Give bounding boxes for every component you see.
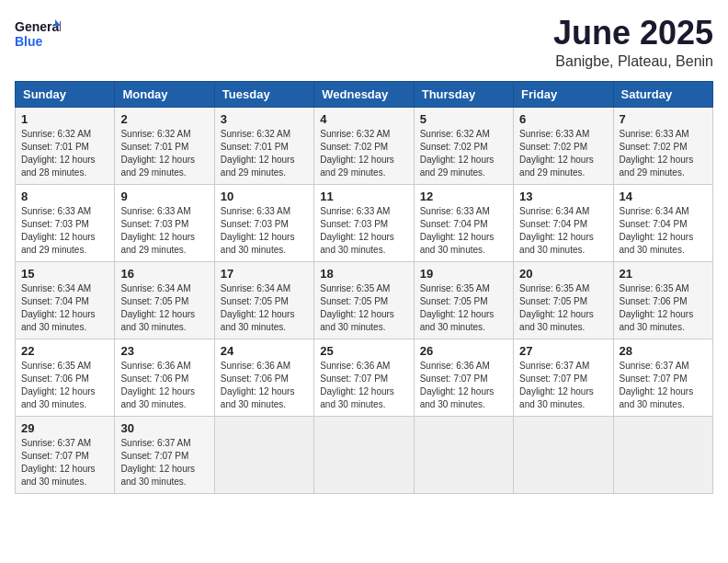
day-detail: Sunrise: 6:33 AMSunset: 7:03 PMDaylight:… — [21, 206, 96, 255]
day-detail: Sunrise: 6:37 AMSunset: 7:07 PMDaylight:… — [620, 361, 694, 409]
calendar-cell — [414, 416, 513, 493]
calendar-cell: 25 Sunrise: 6:36 AMSunset: 7:07 PMDaylig… — [314, 339, 414, 416]
calendar-cell: 30 Sunrise: 6:37 AMSunset: 7:07 PMDaylig… — [115, 416, 214, 493]
day-detail: Sunrise: 6:35 AMSunset: 7:05 PMDaylight:… — [320, 283, 394, 332]
day-detail: Sunrise: 6:33 AMSunset: 7:02 PMDaylight:… — [620, 129, 694, 178]
day-number: 4 — [320, 112, 407, 126]
day-detail: Sunrise: 6:34 AMSunset: 7:04 PMDaylight:… — [21, 283, 96, 332]
calendar-week-row: 15 Sunrise: 6:34 AMSunset: 7:04 PMDaylig… — [16, 261, 713, 339]
day-detail: Sunrise: 6:32 AMSunset: 7:01 PMDaylight:… — [221, 129, 295, 178]
day-detail: Sunrise: 6:33 AMSunset: 7:03 PMDaylight:… — [221, 206, 295, 255]
day-detail: Sunrise: 6:34 AMSunset: 7:04 PMDaylight:… — [519, 206, 594, 255]
day-number: 14 — [620, 190, 707, 203]
title-area: June 2025 Banigbe, Plateau, Benin — [553, 15, 713, 70]
calendar-header-thursday: Thursday — [414, 81, 513, 107]
day-detail: Sunrise: 6:35 AMSunset: 7:05 PMDaylight:… — [519, 283, 594, 332]
day-detail: Sunrise: 6:34 AMSunset: 7:05 PMDaylight:… — [221, 283, 295, 332]
day-detail: Sunrise: 6:32 AMSunset: 7:02 PMDaylight:… — [320, 129, 394, 178]
calendar-cell: 17 Sunrise: 6:34 AMSunset: 7:05 PMDaylig… — [214, 261, 313, 339]
calendar-cell: 2 Sunrise: 6:32 AMSunset: 7:01 PMDayligh… — [115, 107, 214, 184]
calendar-header-wednesday: Wednesday — [314, 81, 414, 107]
day-detail: Sunrise: 6:36 AMSunset: 7:07 PMDaylight:… — [320, 361, 394, 409]
day-number: 9 — [120, 190, 208, 203]
calendar-cell — [314, 416, 414, 493]
day-detail: Sunrise: 6:35 AMSunset: 7:05 PMDaylight:… — [420, 283, 495, 332]
day-number: 29 — [21, 421, 108, 435]
calendar-cell: 28 Sunrise: 6:37 AMSunset: 7:07 PMDaylig… — [613, 339, 712, 416]
calendar-cell: 23 Sunrise: 6:36 AMSunset: 7:06 PMDaylig… — [115, 339, 214, 416]
calendar-week-row: 1 Sunrise: 6:32 AMSunset: 7:01 PMDayligh… — [16, 107, 713, 184]
calendar-cell: 13 Sunrise: 6:34 AMSunset: 7:04 PMDaylig… — [514, 184, 613, 261]
calendar-cell: 8 Sunrise: 6:33 AMSunset: 7:03 PMDayligh… — [16, 184, 115, 261]
calendar-header-sunday: Sunday — [16, 81, 115, 107]
day-number: 28 — [620, 344, 707, 358]
day-number: 7 — [620, 112, 707, 126]
day-detail: Sunrise: 6:36 AMSunset: 7:06 PMDaylight:… — [120, 361, 195, 409]
calendar-cell — [613, 416, 712, 493]
day-detail: Sunrise: 6:34 AMSunset: 7:05 PMDaylight:… — [120, 283, 195, 332]
day-number: 15 — [21, 267, 108, 281]
calendar-cell: 19 Sunrise: 6:35 AMSunset: 7:05 PMDaylig… — [414, 261, 513, 339]
day-detail: Sunrise: 6:37 AMSunset: 7:07 PMDaylight:… — [21, 438, 96, 487]
calendar-cell: 29 Sunrise: 6:37 AMSunset: 7:07 PMDaylig… — [16, 416, 115, 493]
day-number: 19 — [420, 267, 507, 281]
calendar-header-monday: Monday — [115, 81, 214, 107]
svg-text:Blue: Blue — [15, 34, 43, 49]
day-number: 27 — [519, 344, 607, 358]
day-number: 13 — [519, 190, 607, 203]
day-number: 8 — [21, 190, 108, 203]
calendar-cell: 4 Sunrise: 6:32 AMSunset: 7:02 PMDayligh… — [314, 107, 414, 184]
day-detail: Sunrise: 6:35 AMSunset: 7:06 PMDaylight:… — [21, 361, 96, 409]
day-number: 21 — [620, 267, 707, 281]
calendar-week-row: 8 Sunrise: 6:33 AMSunset: 7:03 PMDayligh… — [16, 184, 713, 261]
calendar-cell: 15 Sunrise: 6:34 AMSunset: 7:04 PMDaylig… — [16, 261, 115, 339]
calendar-cell: 5 Sunrise: 6:32 AMSunset: 7:02 PMDayligh… — [414, 107, 513, 184]
day-number: 6 — [519, 112, 607, 126]
calendar-cell: 3 Sunrise: 6:32 AMSunset: 7:01 PMDayligh… — [214, 107, 313, 184]
calendar-header-tuesday: Tuesday — [214, 81, 313, 107]
calendar-cell: 21 Sunrise: 6:35 AMSunset: 7:06 PMDaylig… — [613, 261, 712, 339]
day-detail: Sunrise: 6:37 AMSunset: 7:07 PMDaylight:… — [519, 361, 594, 409]
day-detail: Sunrise: 6:36 AMSunset: 7:06 PMDaylight:… — [221, 361, 295, 409]
calendar-week-row: 29 Sunrise: 6:37 AMSunset: 7:07 PMDaylig… — [16, 416, 713, 493]
day-number: 24 — [221, 344, 308, 358]
month-title: June 2025 — [553, 15, 713, 52]
day-detail: Sunrise: 6:34 AMSunset: 7:04 PMDaylight:… — [620, 206, 694, 255]
logo: General Blue — [15, 15, 61, 52]
day-number: 1 — [21, 112, 108, 126]
calendar-cell: 14 Sunrise: 6:34 AMSunset: 7:04 PMDaylig… — [613, 184, 712, 261]
day-number: 23 — [120, 344, 208, 358]
calendar-cell — [214, 416, 313, 493]
calendar-header-friday: Friday — [514, 81, 613, 107]
calendar-cell: 7 Sunrise: 6:33 AMSunset: 7:02 PMDayligh… — [613, 107, 712, 184]
calendar-cell: 12 Sunrise: 6:33 AMSunset: 7:04 PMDaylig… — [414, 184, 513, 261]
day-number: 17 — [221, 267, 308, 281]
day-detail: Sunrise: 6:32 AMSunset: 7:02 PMDaylight:… — [420, 129, 495, 178]
day-number: 25 — [320, 344, 407, 358]
day-detail: Sunrise: 6:32 AMSunset: 7:01 PMDaylight:… — [120, 129, 195, 178]
day-detail: Sunrise: 6:36 AMSunset: 7:07 PMDaylight:… — [420, 361, 495, 409]
day-detail: Sunrise: 6:32 AMSunset: 7:01 PMDaylight:… — [21, 129, 96, 178]
day-number: 5 — [420, 112, 507, 126]
svg-text:General: General — [15, 19, 61, 34]
calendar-cell: 27 Sunrise: 6:37 AMSunset: 7:07 PMDaylig… — [514, 339, 613, 416]
calendar-week-row: 22 Sunrise: 6:35 AMSunset: 7:06 PMDaylig… — [16, 339, 713, 416]
calendar-cell: 24 Sunrise: 6:36 AMSunset: 7:06 PMDaylig… — [214, 339, 313, 416]
calendar-cell: 22 Sunrise: 6:35 AMSunset: 7:06 PMDaylig… — [16, 339, 115, 416]
day-detail: Sunrise: 6:33 AMSunset: 7:02 PMDaylight:… — [519, 129, 594, 178]
day-number: 20 — [519, 267, 607, 281]
calendar-header-saturday: Saturday — [613, 81, 712, 107]
day-number: 11 — [320, 190, 407, 203]
calendar-header-row: SundayMondayTuesdayWednesdayThursdayFrid… — [16, 81, 713, 107]
calendar-cell: 20 Sunrise: 6:35 AMSunset: 7:05 PMDaylig… — [514, 261, 613, 339]
day-number: 10 — [221, 190, 308, 203]
day-detail: Sunrise: 6:33 AMSunset: 7:04 PMDaylight:… — [420, 206, 495, 255]
day-number: 18 — [320, 267, 407, 281]
calendar-cell: 18 Sunrise: 6:35 AMSunset: 7:05 PMDaylig… — [314, 261, 414, 339]
day-detail: Sunrise: 6:33 AMSunset: 7:03 PMDaylight:… — [320, 206, 394, 255]
day-number: 2 — [120, 112, 208, 126]
calendar-cell: 9 Sunrise: 6:33 AMSunset: 7:03 PMDayligh… — [115, 184, 214, 261]
calendar-cell: 16 Sunrise: 6:34 AMSunset: 7:05 PMDaylig… — [115, 261, 214, 339]
day-number: 16 — [120, 267, 208, 281]
calendar-cell: 6 Sunrise: 6:33 AMSunset: 7:02 PMDayligh… — [514, 107, 613, 184]
